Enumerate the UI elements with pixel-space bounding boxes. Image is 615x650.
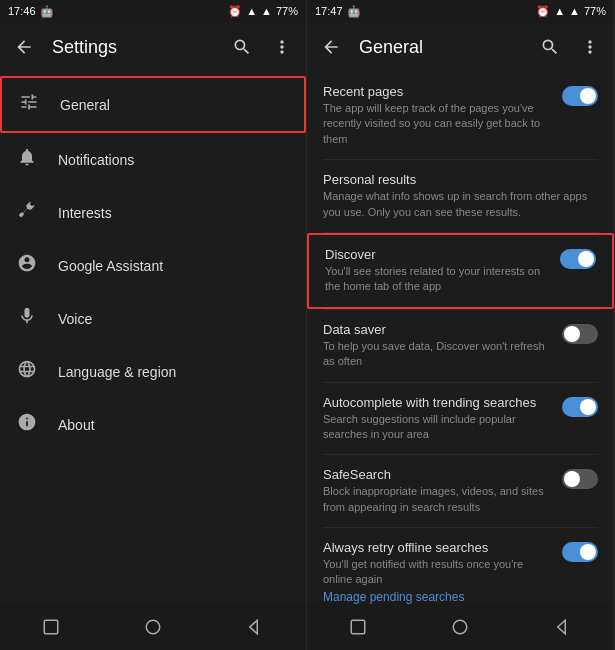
- right-signal-icon: ▲: [554, 5, 565, 17]
- back-nav-button[interactable]: [235, 607, 275, 647]
- setting-data-saver-desc: To help you save data, Discover won't re…: [323, 339, 552, 370]
- manage-pending-searches-link[interactable]: Manage pending searches: [323, 590, 552, 604]
- setting-discover[interactable]: Discover You'll see stories related to y…: [307, 233, 614, 309]
- toggle-recent-pages-knob: [580, 88, 596, 104]
- setting-offline-searches[interactable]: Always retry offline searches You'll get…: [307, 528, 614, 604]
- sidebar-item-voice[interactable]: Voice: [0, 292, 306, 345]
- sidebar-item-ga-label: Google Assistant: [58, 258, 163, 274]
- toggle-data-saver[interactable]: [562, 324, 598, 344]
- left-status-left: 17:46 🤖: [8, 5, 54, 18]
- left-bottom-nav: [0, 604, 306, 650]
- setting-personal-results-text: Personal results Manage what info shows …: [323, 172, 598, 220]
- toggle-data-saver-knob: [564, 326, 580, 342]
- left-toolbar: Settings: [0, 22, 306, 72]
- sidebar-item-voice-label: Voice: [58, 311, 92, 327]
- right-time: 17:47: [315, 5, 343, 17]
- right-status-right: ⏰ ▲ ▲ 77%: [536, 5, 606, 18]
- setting-data-saver-title: Data saver: [323, 322, 552, 337]
- right-toolbar: General: [307, 22, 614, 72]
- left-android-icon: 🤖: [40, 5, 54, 18]
- sidebar-item-notifications-label: Notifications: [58, 152, 134, 168]
- setting-discover-text: Discover You'll see stories related to y…: [325, 247, 550, 295]
- settings-list: Recent pages The app will keep track of …: [307, 72, 614, 604]
- setting-recent-pages-text: Recent pages The app will keep track of …: [323, 84, 552, 147]
- setting-autocomplete-text: Autocomplete with trending searches Sear…: [323, 395, 552, 443]
- setting-data-saver-text: Data saver To help you save data, Discov…: [323, 322, 552, 370]
- left-toolbar-title: Settings: [52, 37, 218, 58]
- setting-offline-title: Always retry offline searches: [323, 540, 552, 555]
- left-panel: 17:46 🤖 ⏰ ▲ ▲ 77% Settings General: [0, 0, 307, 650]
- sliders-icon: [18, 92, 40, 117]
- sidebar-item-notifications[interactable]: Notifications: [0, 133, 306, 186]
- right-battery-icon: 77%: [584, 5, 606, 17]
- alarm-icon: ⏰: [228, 5, 242, 18]
- right-back-nav-button[interactable]: [543, 607, 583, 647]
- sidebar-item-general-label: General: [60, 97, 110, 113]
- right-panel: 17:47 🤖 ⏰ ▲ ▲ 77% General Recent pages T…: [307, 0, 615, 650]
- setting-recent-pages-desc: The app will keep track of the pages you…: [323, 101, 552, 147]
- sidebar-item-about-label: About: [58, 417, 95, 433]
- svg-point-4: [454, 620, 468, 634]
- svg-point-1: [146, 620, 160, 634]
- setting-autocomplete-title: Autocomplete with trending searches: [323, 395, 552, 410]
- setting-safesearch[interactable]: SafeSearch Block inappropriate images, v…: [307, 455, 614, 527]
- setting-recent-pages-title: Recent pages: [323, 84, 552, 99]
- sidebar-item-language[interactable]: Language & region: [0, 345, 306, 398]
- setting-data-saver[interactable]: Data saver To help you save data, Discov…: [307, 310, 614, 382]
- back-button[interactable]: [8, 31, 40, 63]
- sidebar-item-general[interactable]: General: [0, 76, 306, 133]
- setting-recent-pages[interactable]: Recent pages The app will keep track of …: [307, 72, 614, 159]
- setting-safesearch-text: SafeSearch Block inappropriate images, v…: [323, 467, 552, 515]
- left-status-right: ⏰ ▲ ▲ 77%: [228, 5, 298, 18]
- svg-marker-2: [250, 620, 258, 634]
- left-time: 17:46: [8, 5, 36, 17]
- setting-safesearch-title: SafeSearch: [323, 467, 552, 482]
- setting-autocomplete-desc: Search suggestions will include popular …: [323, 412, 552, 443]
- right-alarm-icon: ⏰: [536, 5, 550, 18]
- svg-marker-5: [558, 620, 566, 634]
- setting-discover-title: Discover: [325, 247, 550, 262]
- signal-icon: ▲: [246, 5, 257, 17]
- globe-icon: [16, 359, 38, 384]
- setting-personal-results[interactable]: Personal results Manage what info shows …: [307, 160, 614, 232]
- right-status-bar: 17:47 🤖 ⏰ ▲ ▲ 77%: [307, 0, 614, 22]
- toggle-autocomplete-knob: [580, 399, 596, 415]
- right-back-button[interactable]: [315, 31, 347, 63]
- toggle-offline[interactable]: [562, 542, 598, 562]
- toggle-safesearch-knob: [564, 471, 580, 487]
- right-bottom-nav: [307, 604, 614, 650]
- right-square-nav-button[interactable]: [338, 607, 378, 647]
- mic-icon: [16, 306, 38, 331]
- search-button[interactable]: [226, 31, 258, 63]
- home-nav-button[interactable]: [133, 607, 173, 647]
- sidebar-item-google-assistant[interactable]: Google Assistant: [0, 239, 306, 292]
- toggle-autocomplete[interactable]: [562, 397, 598, 417]
- toggle-discover-knob: [578, 251, 594, 267]
- right-more-button[interactable]: [574, 31, 606, 63]
- right-android-icon: 🤖: [347, 5, 361, 18]
- sidebar-item-language-label: Language & region: [58, 364, 176, 380]
- nav-list: General Notifications Interests Google A…: [0, 72, 306, 604]
- toggle-recent-pages[interactable]: [562, 86, 598, 106]
- left-status-bar: 17:46 🤖 ⏰ ▲ ▲ 77%: [0, 0, 306, 22]
- setting-autocomplete[interactable]: Autocomplete with trending searches Sear…: [307, 383, 614, 455]
- svg-rect-3: [351, 620, 365, 634]
- sidebar-item-interests-label: Interests: [58, 205, 112, 221]
- setting-offline-text: Always retry offline searches You'll get…: [323, 540, 552, 604]
- more-button[interactable]: [266, 31, 298, 63]
- toggle-discover[interactable]: [560, 249, 596, 269]
- right-home-nav-button[interactable]: [440, 607, 480, 647]
- setting-personal-results-title: Personal results: [323, 172, 598, 187]
- toggle-safesearch[interactable]: [562, 469, 598, 489]
- right-search-button[interactable]: [534, 31, 566, 63]
- svg-rect-0: [44, 620, 58, 634]
- setting-safesearch-desc: Block inappropriate images, videos, and …: [323, 484, 552, 515]
- right-toolbar-title: General: [359, 37, 526, 58]
- bell-icon: [16, 147, 38, 172]
- setting-personal-results-desc: Manage what info shows up in search from…: [323, 189, 598, 220]
- sidebar-item-about[interactable]: About: [0, 398, 306, 451]
- wrench-icon: [16, 200, 38, 225]
- wifi-icon: ▲: [261, 5, 272, 17]
- square-nav-button[interactable]: [31, 607, 71, 647]
- sidebar-item-interests[interactable]: Interests: [0, 186, 306, 239]
